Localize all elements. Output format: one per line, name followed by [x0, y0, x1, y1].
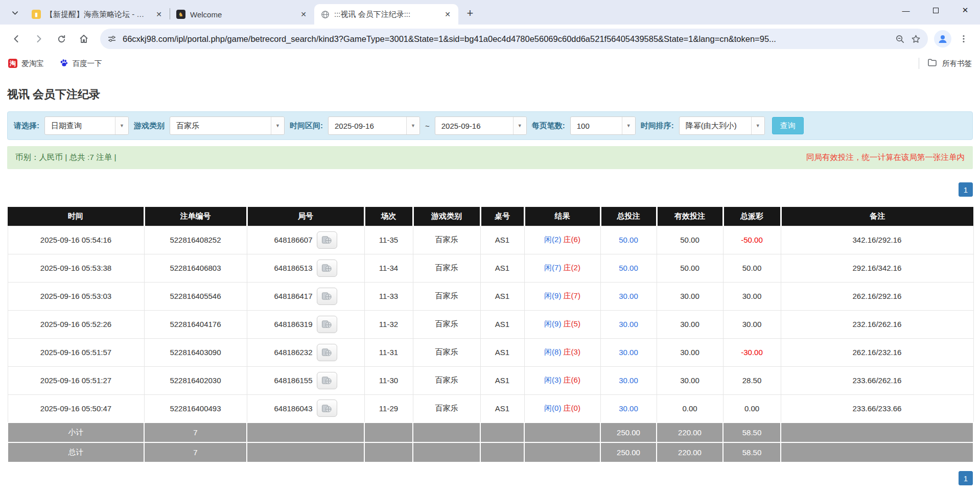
- profile-avatar[interactable]: [934, 30, 951, 48]
- minimize-button[interactable]: —: [891, 0, 921, 20]
- footer-cell: [781, 442, 973, 462]
- time-sort-label: 时间排序:: [641, 121, 674, 131]
- url-text[interactable]: 66cxkj98.com/ipl/portal.php/game/betreco…: [123, 34, 889, 44]
- total-bet-link[interactable]: 50.00: [619, 236, 638, 244]
- tab-search-chevron-icon[interactable]: [6, 4, 24, 21]
- table-row: 2025-09-16 05:54:16522816408252648186607…: [8, 226, 973, 254]
- total-bet-link[interactable]: 30.00: [619, 348, 638, 357]
- chevron-down-icon[interactable]: ▼: [513, 117, 526, 134]
- total-bet-link[interactable]: 30.00: [619, 292, 638, 300]
- footer-cell: 7: [144, 442, 247, 462]
- game-type-label: 游戏类别: [134, 121, 165, 131]
- filter-bar: 请选择: 日期查询 ▼ 游戏类别 百家乐 ▼ 时间区间: 2025-09-16 …: [7, 111, 973, 140]
- round-cell: 648186155: [247, 366, 364, 394]
- video-replay-button[interactable]: [317, 316, 337, 333]
- total-bet-cell: 50.00: [600, 254, 657, 282]
- page-1-button[interactable]: 1: [959, 182, 973, 197]
- table-row: 2025-09-16 05:50:47522816400493648186043…: [8, 394, 973, 422]
- video-replay-button[interactable]: [317, 344, 337, 361]
- bookmarks-bar: 淘 爱淘宝 百度一下 所有书签: [0, 53, 980, 74]
- footer-cell: [364, 422, 413, 442]
- tab-close-icon[interactable]: ✕: [298, 9, 309, 20]
- bookmark-star-icon[interactable]: [911, 34, 921, 44]
- date-from-select[interactable]: 2025-09-16 ▼: [328, 116, 420, 135]
- browser-toolbar: 66cxkj98.com/ipl/portal.php/game/betreco…: [0, 25, 980, 53]
- chevron-down-icon[interactable]: ▼: [751, 117, 764, 134]
- chevron-down-icon[interactable]: ▼: [115, 117, 128, 134]
- video-replay-button[interactable]: [317, 400, 337, 417]
- back-icon[interactable]: [6, 29, 27, 49]
- folder-icon: [927, 58, 937, 68]
- result-player: 闲(8): [544, 347, 561, 356]
- table-no-cell: AS1: [480, 282, 524, 310]
- browser-tab-forum[interactable]: ▮ 【新提醒】海燕策略论坛 - 综合 ✕: [26, 4, 170, 25]
- close-window-button[interactable]: ✕: [950, 0, 980, 20]
- tab-close-icon[interactable]: ✕: [153, 9, 165, 20]
- total-bet-link[interactable]: 50.00: [619, 264, 638, 272]
- video-replay-button[interactable]: [317, 372, 337, 389]
- column-header: 注单编号: [144, 207, 247, 226]
- site-settings-icon[interactable]: [107, 34, 116, 43]
- bookmark-taobao[interactable]: 淘 爱淘宝: [8, 59, 44, 68]
- browser-menu-icon[interactable]: [953, 29, 974, 49]
- video-replay-button[interactable]: [317, 288, 337, 305]
- subtotal-row: 小计7250.00220.0058.50: [8, 422, 973, 442]
- bookmark-baidu[interactable]: 百度一下: [59, 58, 102, 69]
- chevron-down-icon[interactable]: ▼: [622, 117, 635, 134]
- welcome-favicon-icon: ♞: [176, 10, 185, 19]
- footer-cell: [247, 442, 364, 462]
- chevron-down-icon[interactable]: ▼: [271, 117, 284, 134]
- round-id: 648186513: [274, 264, 312, 272]
- chevron-down-icon[interactable]: ▼: [406, 117, 419, 134]
- total-bet-cell: 30.00: [600, 310, 657, 338]
- pagination-top: 1: [7, 182, 973, 197]
- date-to-select[interactable]: 2025-09-16 ▼: [435, 116, 527, 135]
- search-button[interactable]: 查询: [772, 117, 804, 134]
- forward-icon[interactable]: [29, 29, 49, 49]
- maximize-button[interactable]: [921, 0, 950, 20]
- result-banker: 庄(2): [564, 263, 580, 272]
- footer-cell: [524, 422, 600, 442]
- tab-close-icon[interactable]: ✕: [442, 9, 453, 20]
- video-replay-button[interactable]: [317, 231, 337, 249]
- footer-cell: 220.00: [657, 442, 723, 462]
- total-bet-cell: 30.00: [600, 338, 657, 366]
- round-cell: 648186319: [247, 310, 364, 338]
- time-range-label: 时间区间:: [290, 121, 323, 131]
- total-bet-link[interactable]: 30.00: [619, 376, 638, 385]
- query-type-label: 请选择:: [14, 121, 39, 131]
- session-cell: 11-33: [364, 282, 413, 310]
- all-bookmarks[interactable]: 所有书签: [919, 58, 972, 69]
- browser-tab-welcome[interactable]: ♞ Welcome ✕: [170, 4, 314, 25]
- video-replay-button[interactable]: [317, 260, 337, 277]
- footer-cell: 220.00: [657, 422, 723, 442]
- game-type-cell: 百家乐: [413, 254, 480, 282]
- total-bet-link[interactable]: 30.00: [619, 404, 638, 413]
- valid-bet-cell: 50.00: [657, 226, 723, 254]
- page-1-button[interactable]: 1: [959, 471, 973, 485]
- bet-id-cell: 522816403090: [144, 338, 247, 366]
- page-size-select[interactable]: 100 ▼: [570, 116, 636, 135]
- round-id: 648186417: [274, 292, 312, 300]
- zoom-out-icon[interactable]: [895, 34, 905, 44]
- time-sort-value: 降幂(由大到小): [680, 121, 751, 131]
- valid-bet-cell: 30.00: [657, 366, 723, 394]
- time-cell: 2025-09-16 05:53:38: [8, 254, 144, 282]
- total-bet-link[interactable]: 30.00: [619, 320, 638, 328]
- home-icon[interactable]: [74, 29, 94, 49]
- bet-id-cell: 522816406803: [144, 254, 247, 282]
- browser-tab-betrecord-active[interactable]: :::视讯 会员下注纪录::: ✕: [314, 4, 458, 25]
- query-type-select[interactable]: 日期查询 ▼: [44, 116, 129, 135]
- footer-cell: 总计: [8, 442, 144, 462]
- address-bar[interactable]: 66cxkj98.com/ipl/portal.php/game/betreco…: [100, 29, 928, 49]
- table-row: 2025-09-16 05:51:57522816403090648186232…: [8, 338, 973, 366]
- footer-cell: [364, 442, 413, 462]
- time-sort-select[interactable]: 降幂(由大到小) ▼: [679, 116, 765, 135]
- game-type-select[interactable]: 百家乐 ▼: [170, 116, 285, 135]
- table-row: 2025-09-16 05:52:26522816404176648186319…: [8, 310, 973, 338]
- new-tab-button[interactable]: +: [461, 5, 479, 22]
- reload-icon[interactable]: [51, 29, 72, 49]
- payout-cell: 30.00: [723, 310, 781, 338]
- result-player: 闲(9): [544, 319, 561, 328]
- result-banker: 庄(0): [564, 404, 580, 412]
